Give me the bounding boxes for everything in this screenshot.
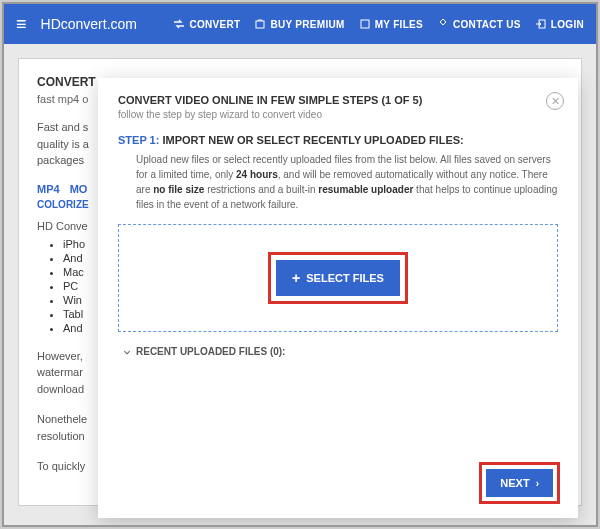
nav-convert[interactable]: CONVERT [173, 18, 240, 30]
next-highlight: NEXT› [479, 462, 560, 504]
modal-subtitle: follow the step by step wizard to conver… [118, 109, 558, 120]
select-files-highlight: +SELECT FILES [268, 252, 408, 304]
svg-rect-1 [361, 20, 369, 28]
tab-mp4: MP4 [37, 183, 60, 195]
tab-mo: MO [70, 183, 88, 195]
wizard-modal: ✕ CONVERT VIDEO ONLINE IN FEW SIMPLE STE… [98, 78, 578, 518]
topbar: ≡ HDconvert.com CONVERT BUY PREMIUM MY F… [4, 4, 596, 44]
step-description: Upload new files or select recently uplo… [136, 152, 558, 212]
select-files-button[interactable]: +SELECT FILES [276, 260, 400, 296]
nav-buy-premium[interactable]: BUY PREMIUM [254, 18, 344, 30]
step-heading: STEP 1: IMPORT NEW OR SELECT RECENTLY UP… [118, 134, 558, 146]
next-button[interactable]: NEXT› [486, 469, 553, 497]
modal-title: CONVERT VIDEO ONLINE IN FEW SIMPLE STEPS… [118, 94, 558, 106]
svg-rect-0 [256, 21, 264, 28]
nav-my-files[interactable]: MY FILES [359, 18, 423, 30]
chevron-right-icon: › [536, 478, 539, 489]
nav-contact[interactable]: CONTACT US [437, 18, 521, 30]
plus-icon: + [292, 270, 300, 286]
file-dropzone[interactable]: +SELECT FILES [118, 224, 558, 332]
recent-files-toggle[interactable]: RECENT UPLOADED FILES (0): [124, 346, 558, 357]
nav-login[interactable]: LOGIN [535, 18, 584, 30]
brand[interactable]: HDconvert.com [41, 16, 137, 32]
menu-icon[interactable]: ≡ [16, 14, 27, 35]
close-icon[interactable]: ✕ [546, 92, 564, 110]
